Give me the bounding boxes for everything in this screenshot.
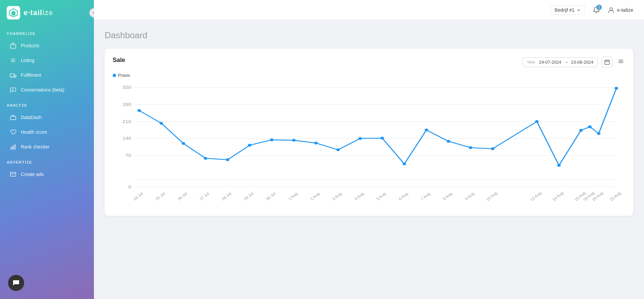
page-title: Dashboard (105, 30, 633, 41)
hamburger-icon (618, 58, 624, 64)
svg-point-50 (380, 137, 384, 139)
ads-icon (9, 171, 17, 178)
sidebar-item-conversations[interactable]: Conversations (beta) (3, 83, 91, 97)
svg-point-57 (557, 164, 561, 167)
svg-point-47 (314, 142, 318, 144)
user-menu-button[interactable]: e-tailize (608, 7, 633, 13)
section-label-analyze: ANALYZE (0, 97, 94, 110)
calendar-button[interactable] (602, 57, 612, 67)
logo-text: e·tailize (23, 8, 53, 17)
box-icon (9, 42, 17, 49)
chart-svg: 350 280 210 140 70 0 (113, 80, 625, 208)
chat-icon (9, 86, 17, 94)
sale-chart-card: Sale View 24-07-2024 → 23-08-2024 (105, 49, 633, 216)
company-name: Bedrijf #1 (555, 7, 575, 13)
svg-text:14 Aug: 14 Aug (551, 191, 565, 202)
sidebar-item-label-listing: Listing (21, 58, 34, 63)
sidebar-item-label-rankchecker: Rank checker (21, 144, 50, 150)
main-area: Bedrijf #1 2 e-tailize Dashboard Sale (94, 0, 644, 299)
sidebar-item-rankchecker[interactable]: Rank checker (3, 140, 91, 154)
chart-title: Sale (113, 57, 125, 64)
svg-rect-12 (11, 147, 12, 149)
svg-point-7 (11, 77, 12, 78)
svg-point-60 (597, 132, 601, 135)
sidebar-item-healthscore[interactable]: Health score (3, 125, 91, 139)
svg-point-41 (181, 142, 185, 145)
chart-menu-button[interactable] (616, 57, 625, 67)
sidebar-item-label-products: Products (21, 43, 39, 48)
notifications-button[interactable]: 2 (590, 4, 602, 16)
sidebar-item-listing[interactable]: Listing (3, 53, 91, 67)
svg-text:23 Aug: 23 Aug (609, 191, 622, 202)
svg-text:24 Jul: 24 Jul (132, 192, 144, 201)
sidebar-item-label-conversations: Conversations (beta) (21, 87, 64, 93)
calendar-icon (604, 59, 610, 65)
legend-dot-praxis (113, 74, 116, 77)
svg-text:8 Aug: 8 Aug (442, 192, 453, 201)
user-name: e-tailize (617, 7, 633, 13)
date-to: 23-08-2024 (571, 60, 594, 65)
chart-header: Sale View 24-07-2024 → 23-08-2024 (113, 57, 625, 67)
svg-point-52 (425, 129, 428, 131)
arrow-icon: → (564, 60, 569, 65)
sidebar-item-label-datadash: DataDash (21, 115, 42, 120)
svg-text:27 Jul: 27 Jul (199, 192, 211, 201)
svg-point-49 (358, 137, 362, 140)
svg-rect-15 (10, 172, 16, 176)
svg-point-18 (610, 8, 612, 10)
chart-controls: View 24-07-2024 → 23-08-2024 (523, 57, 625, 67)
sidebar-item-products[interactable]: Products (3, 39, 91, 53)
legend-label-praxis: Praxis (118, 73, 130, 78)
section-label-channelize: CHANNELIZE (0, 25, 94, 38)
sidebar-item-datadash[interactable]: DataDash (3, 110, 91, 124)
sidebar-item-createads[interactable]: Create ads (3, 167, 91, 181)
svg-rect-19 (605, 60, 609, 64)
svg-marker-1 (11, 11, 15, 16)
chat-button[interactable] (8, 275, 24, 291)
svg-point-61 (614, 87, 618, 89)
svg-text:4 Aug: 4 Aug (353, 192, 365, 201)
svg-point-44 (248, 144, 252, 146)
chart-area: 350 280 210 140 70 0 (113, 80, 625, 208)
svg-point-55 (491, 147, 495, 150)
svg-text:25 Jul: 25 Jul (154, 192, 166, 201)
topbar: Bedrijf #1 2 e-tailize (94, 0, 644, 20)
sidebar-item-label-createads: Create ads (21, 172, 44, 177)
svg-text:280: 280 (122, 102, 131, 107)
svg-point-59 (588, 125, 592, 128)
company-selector[interactable]: Bedrijf #1 (550, 5, 585, 15)
svg-rect-14 (14, 145, 15, 149)
briefcase-icon (9, 114, 17, 121)
svg-point-58 (579, 129, 583, 132)
list-icon (9, 57, 17, 64)
svg-rect-13 (13, 146, 14, 149)
svg-text:12 Aug: 12 Aug (529, 191, 542, 202)
svg-point-40 (160, 122, 163, 125)
svg-point-8 (14, 77, 15, 78)
svg-text:9 Aug: 9 Aug (464, 192, 475, 201)
truck-icon (9, 71, 17, 79)
svg-text:28 Jul: 28 Jul (220, 192, 232, 201)
svg-point-56 (535, 120, 539, 123)
svg-rect-2 (10, 45, 16, 48)
section-label-advertize: ADVERTIZE (0, 154, 94, 167)
date-range-selector[interactable]: View 24-07-2024 → 23-08-2024 (523, 57, 598, 67)
date-from: 24-07-2024 (539, 60, 561, 65)
svg-point-54 (469, 146, 473, 149)
svg-text:7 Aug: 7 Aug (420, 192, 431, 201)
svg-text:2 Aug: 2 Aug (309, 192, 321, 201)
svg-text:30 Jul: 30 Jul (265, 192, 277, 201)
sidebar-item-fulfilment[interactable]: Fulfilment (3, 68, 91, 82)
svg-point-53 (447, 140, 450, 142)
user-icon (608, 7, 614, 13)
heart-icon (9, 128, 17, 136)
svg-text:350: 350 (122, 85, 131, 90)
svg-rect-11 (10, 116, 16, 120)
svg-text:140: 140 (122, 136, 131, 141)
chart-legend: Praxis (113, 73, 625, 78)
svg-text:3 Aug: 3 Aug (331, 192, 343, 201)
bar-chart-icon (9, 143, 17, 151)
view-label: View (527, 60, 535, 64)
svg-text:26 Jul: 26 Jul (176, 192, 189, 201)
chat-bubble-icon (12, 279, 20, 287)
